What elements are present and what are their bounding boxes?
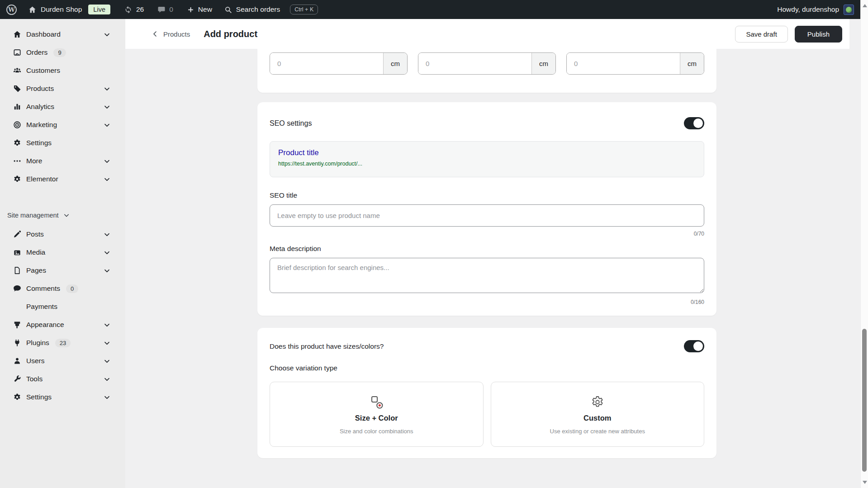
updates-button[interactable]: 26: [124, 5, 144, 14]
variation-option-title: Custom: [583, 414, 611, 422]
scrollbar-up-arrow[interactable]: [863, 4, 867, 7]
target-icon: [13, 120, 22, 129]
bar-chart-icon: [13, 102, 22, 111]
seo-title-input[interactable]: [270, 204, 704, 227]
update-count: 26: [136, 5, 144, 14]
sidebar-item-label: Appearance: [26, 321, 64, 329]
sidebar-item-label: Users: [26, 357, 44, 365]
comment-icon: [157, 5, 166, 14]
seo-settings-toggle[interactable]: [684, 117, 704, 129]
tag-icon: [13, 84, 22, 93]
sidebar-item-marketing[interactable]: Marketing: [0, 116, 125, 134]
new-content-button[interactable]: New: [187, 5, 212, 14]
seo-settings-card: SEO settings Product title https://test.…: [257, 102, 716, 316]
comments-button[interactable]: 0: [157, 5, 173, 14]
variation-option-subtitle: Use existing or create new attributes: [550, 428, 645, 435]
variations-card: Does this product have sizes/colors? Cho…: [257, 328, 716, 458]
gear-icon: [13, 393, 22, 402]
chevron-down-icon: [104, 122, 110, 128]
save-draft-button[interactable]: Save draft: [735, 26, 787, 43]
back-to-products-link[interactable]: Products: [152, 30, 190, 38]
avatar[interactable]: [844, 5, 854, 15]
sidebar-item-label: More: [26, 157, 42, 165]
new-label: New: [198, 5, 212, 14]
dimensions-card: cm cm cm: [257, 49, 716, 93]
serp-preview-title: Product title: [278, 148, 696, 157]
publish-button[interactable]: Publish: [795, 26, 842, 43]
chevron-down-icon: [104, 322, 110, 328]
sidebar-item-pages[interactable]: Pages: [0, 261, 125, 280]
plug-icon: [13, 338, 22, 347]
sidebar-item-dashboard[interactable]: Dashboard: [0, 25, 125, 43]
sidebar-item-label: Pages: [26, 266, 46, 275]
sidebar-item-elementor[interactable]: Elementor: [0, 170, 125, 188]
scrollbar-down-arrow[interactable]: [863, 481, 867, 484]
dimension-input-1[interactable]: [270, 53, 383, 74]
dimension-unit-1: cm: [383, 53, 407, 74]
chevron-down-icon: [104, 249, 110, 256]
howdy-account-link[interactable]: Howdy, durdenshop: [777, 5, 839, 14]
sidebar-item-tools[interactable]: Tools: [0, 370, 125, 388]
media-icon: [13, 248, 22, 257]
update-icon: [124, 5, 133, 14]
chevron-down-icon: [104, 85, 110, 92]
scrollbar-thumb[interactable]: [862, 329, 867, 472]
sidebar-item-settings[interactable]: Settings: [0, 134, 125, 152]
sidebar-item-label: Analytics: [26, 103, 54, 111]
plus-icon: [187, 6, 194, 14]
meta-description-textarea[interactable]: [270, 258, 704, 293]
gear-icon: [590, 394, 605, 410]
chevron-down-icon: [104, 176, 110, 183]
plugins-count-badge: 23: [55, 339, 71, 347]
sidebar-item-plugins[interactable]: Plugins 23: [0, 334, 125, 352]
chevron-down-icon: [104, 104, 110, 110]
sidebar-item-comments[interactable]: Comments 0: [0, 280, 125, 298]
sidebar-item-products[interactable]: Products: [0, 80, 125, 98]
serp-preview-url: https://test.aventiy.com/product/...: [278, 161, 696, 167]
gear-icon: [13, 175, 22, 184]
orders-icon: [13, 48, 22, 57]
sidebar-item-appearance[interactable]: Appearance: [0, 316, 125, 334]
visit-site-button[interactable]: [28, 5, 37, 14]
dimension-unit-2: cm: [531, 53, 555, 74]
sidebar-item-more[interactable]: More: [0, 152, 125, 170]
toggle-knob: [693, 341, 703, 351]
sidebar-item-posts[interactable]: Posts: [0, 225, 125, 243]
site-name[interactable]: Durden Shop: [41, 5, 82, 14]
choose-variation-type-label: Choose variation type: [270, 364, 704, 372]
sidebar-item-users[interactable]: Users: [0, 352, 125, 370]
dimension-input-3[interactable]: [567, 53, 680, 74]
home-icon: [13, 30, 22, 39]
search-icon: [224, 5, 232, 14]
sidebar-item-media[interactable]: Media: [0, 243, 125, 261]
chevron-down-icon: [104, 376, 110, 383]
sidebar-item-orders[interactable]: Orders 9: [0, 43, 125, 62]
search-shortcut-badge: Ctrl + K: [290, 5, 318, 14]
window-scrollbar: [860, 0, 868, 488]
chevron-down-icon: [104, 394, 110, 401]
comments-count-badge: 0: [66, 284, 78, 293]
sidebar-item-payments[interactable]: Payments: [0, 298, 125, 316]
gear-icon: [13, 138, 22, 147]
dimension-input-2[interactable]: [418, 53, 531, 74]
orders-count-badge: 9: [53, 48, 66, 57]
sidebar-item-label: Media: [26, 248, 45, 256]
wordpress-logo-icon[interactable]: W: [6, 5, 17, 15]
site-management-section-toggle[interactable]: Site management: [0, 207, 125, 223]
sidebar-item-settings-2[interactable]: Settings: [0, 388, 125, 406]
sidebar-item-customers[interactable]: Customers: [0, 62, 125, 80]
search-orders-button[interactable]: Search orders Ctrl + K: [224, 5, 318, 14]
sizes-colors-toggle[interactable]: [684, 340, 704, 352]
variation-option-custom[interactable]: Custom Use existing or create new attrib…: [491, 382, 705, 447]
size-color-icon: [369, 394, 384, 410]
sidebar-item-label: Dashboard: [26, 30, 61, 38]
sidebar-item-analytics[interactable]: Analytics: [0, 98, 125, 116]
sidebar-item-label: Marketing: [26, 121, 57, 129]
dimension-field-1: cm: [270, 52, 408, 75]
chevron-down-icon: [104, 267, 110, 274]
seo-settings-label: SEO settings: [270, 119, 312, 128]
variation-option-size-color[interactable]: Size + Color Size and color combinations: [270, 382, 484, 447]
home-icon: [28, 5, 37, 14]
variation-option-title: Size + Color: [355, 414, 398, 422]
meta-description-label: Meta description: [270, 245, 704, 253]
